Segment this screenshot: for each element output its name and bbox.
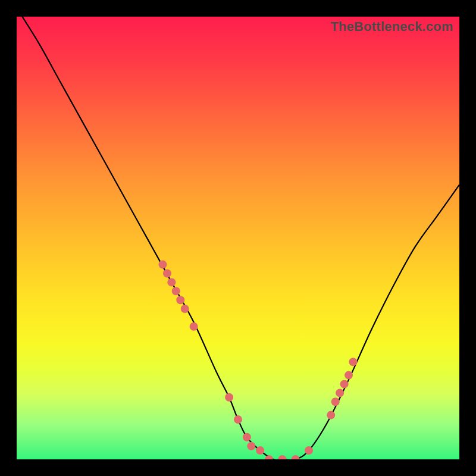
data-marker — [340, 380, 349, 389]
data-marker — [345, 371, 353, 380]
data-marker — [181, 305, 189, 313]
bottleneck-curve-path — [17, 17, 459, 459]
data-marker — [234, 415, 242, 424]
data-marker — [327, 411, 335, 419]
marker-group — [159, 261, 358, 459]
data-marker — [243, 433, 251, 441]
data-marker — [159, 261, 167, 269]
plot-area: TheBottleneck.com — [17, 17, 459, 459]
data-marker — [336, 389, 344, 397]
data-marker — [256, 446, 264, 455]
data-marker — [278, 455, 286, 459]
data-marker — [305, 446, 313, 455]
data-marker — [163, 270, 171, 278]
data-marker — [331, 397, 340, 406]
data-marker — [190, 322, 198, 331]
outer-frame: TheBottleneck.com — [0, 0, 476, 476]
data-marker — [167, 278, 176, 286]
data-marker — [349, 358, 357, 366]
data-marker — [225, 393, 233, 402]
data-marker — [172, 287, 180, 295]
data-marker — [247, 442, 255, 450]
data-marker — [292, 455, 300, 459]
data-marker — [176, 296, 184, 304]
chart-svg — [17, 17, 459, 459]
watermark-text: TheBottleneck.com — [331, 19, 453, 35]
data-marker — [265, 455, 273, 459]
